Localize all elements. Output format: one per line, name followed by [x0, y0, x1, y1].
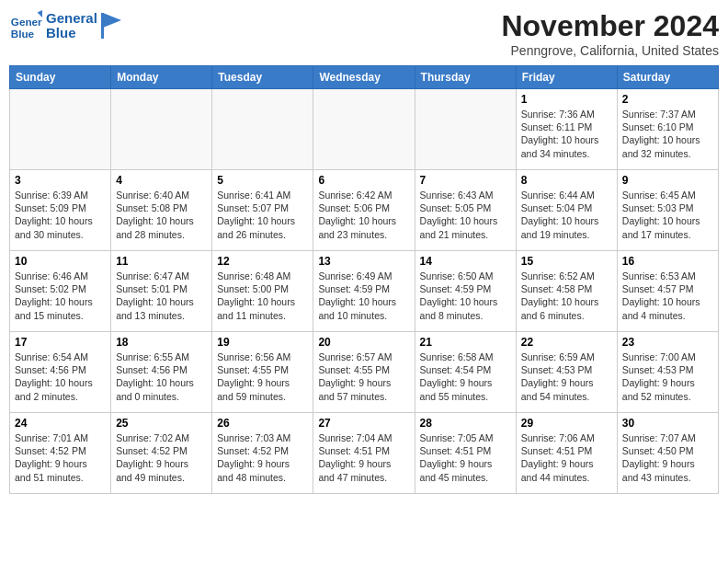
- day-info: Sunrise: 6:56 AMSunset: 4:55 PMDaylight:…: [217, 350, 308, 403]
- day-info: Sunrise: 6:39 AMSunset: 5:09 PMDaylight:…: [15, 189, 106, 241]
- weekday-header-row: SundayMondayTuesdayWednesdayThursdayFrid…: [10, 66, 719, 89]
- day-info: Sunrise: 7:03 AMSunset: 4:52 PMDaylight:…: [217, 431, 308, 484]
- logo: General Blue General Blue: [9, 9, 121, 42]
- logo-name-blue: Blue: [46, 26, 97, 41]
- day-number: 15: [521, 255, 612, 268]
- week-row-2: 3Sunrise: 6:39 AMSunset: 5:09 PMDaylight…: [10, 170, 719, 251]
- day-info: Sunrise: 6:54 AMSunset: 4:56 PMDaylight:…: [15, 350, 106, 403]
- day-cell: 18Sunrise: 6:55 AMSunset: 4:56 PMDayligh…: [111, 332, 212, 413]
- day-info: Sunrise: 7:07 AMSunset: 4:50 PMDaylight:…: [622, 431, 713, 484]
- svg-text:General: General: [11, 16, 42, 28]
- day-cell: 4Sunrise: 6:40 AMSunset: 5:08 PMDaylight…: [111, 170, 212, 251]
- day-info: Sunrise: 6:41 AMSunset: 5:07 PMDaylight:…: [217, 189, 308, 241]
- svg-rect-4: [101, 13, 104, 39]
- svg-marker-3: [103, 13, 121, 28]
- day-cell: 19Sunrise: 6:56 AMSunset: 4:55 PMDayligh…: [212, 332, 313, 413]
- day-info: Sunrise: 6:59 AMSunset: 4:53 PMDaylight:…: [521, 350, 612, 403]
- day-info: Sunrise: 7:06 AMSunset: 4:51 PMDaylight:…: [521, 431, 612, 484]
- day-number: 23: [622, 336, 713, 349]
- logo-flag-icon: [101, 13, 121, 39]
- day-info: Sunrise: 7:37 AMSunset: 6:10 PMDaylight:…: [622, 108, 713, 160]
- day-number: 27: [318, 417, 409, 430]
- day-number: 8: [521, 174, 612, 187]
- day-number: 9: [622, 174, 713, 187]
- day-info: Sunrise: 7:02 AMSunset: 4:52 PMDaylight:…: [116, 431, 207, 484]
- day-info: Sunrise: 6:53 AMSunset: 4:57 PMDaylight:…: [622, 270, 713, 322]
- day-cell: 28Sunrise: 7:05 AMSunset: 4:51 PMDayligh…: [415, 413, 516, 494]
- day-number: 18: [116, 336, 207, 349]
- day-cell: 7Sunrise: 6:43 AMSunset: 5:05 PMDaylight…: [415, 170, 516, 251]
- day-cell: 5Sunrise: 6:41 AMSunset: 5:07 PMDaylight…: [212, 170, 313, 251]
- day-number: 6: [318, 174, 409, 187]
- page-header: General Blue General Blue November 2024 …: [9, 9, 719, 58]
- day-number: 4: [116, 174, 207, 187]
- day-info: Sunrise: 7:01 AMSunset: 4:52 PMDaylight:…: [15, 431, 106, 484]
- logo-name-general: General: [46, 11, 97, 27]
- day-number: 26: [217, 417, 308, 430]
- day-cell: 6Sunrise: 6:42 AMSunset: 5:06 PMDaylight…: [313, 170, 415, 251]
- day-number: 28: [420, 417, 511, 430]
- logo-icon: General Blue: [9, 9, 42, 42]
- day-info: Sunrise: 6:49 AMSunset: 4:59 PMDaylight:…: [318, 270, 409, 322]
- day-number: 10: [15, 255, 106, 268]
- weekday-header-sunday: Sunday: [10, 66, 111, 89]
- day-info: Sunrise: 6:47 AMSunset: 5:01 PMDaylight:…: [116, 270, 207, 322]
- day-number: 29: [521, 417, 612, 430]
- day-number: 2: [622, 93, 713, 106]
- day-cell: [415, 89, 516, 170]
- day-info: Sunrise: 7:36 AMSunset: 6:11 PMDaylight:…: [521, 108, 612, 160]
- location-subtitle: Penngrove, California, United States: [501, 43, 719, 58]
- title-area: November 2024 Penngrove, California, Uni…: [501, 9, 719, 58]
- day-cell: 1Sunrise: 7:36 AMSunset: 6:11 PMDaylight…: [516, 89, 617, 170]
- week-row-3: 10Sunrise: 6:46 AMSunset: 5:02 PMDayligh…: [10, 251, 719, 332]
- day-cell: 26Sunrise: 7:03 AMSunset: 4:52 PMDayligh…: [212, 413, 313, 494]
- day-cell: [111, 89, 212, 170]
- day-number: 20: [318, 336, 409, 349]
- day-info: Sunrise: 6:50 AMSunset: 4:59 PMDaylight:…: [420, 270, 511, 322]
- day-cell: 27Sunrise: 7:04 AMSunset: 4:51 PMDayligh…: [313, 413, 415, 494]
- weekday-header-monday: Monday: [111, 66, 212, 89]
- day-cell: [10, 89, 111, 170]
- day-cell: 12Sunrise: 6:48 AMSunset: 5:00 PMDayligh…: [212, 251, 313, 332]
- day-cell: 9Sunrise: 6:45 AMSunset: 5:03 PMDaylight…: [617, 170, 718, 251]
- week-row-1: 1Sunrise: 7:36 AMSunset: 6:11 PMDaylight…: [10, 89, 719, 170]
- day-info: Sunrise: 7:05 AMSunset: 4:51 PMDaylight:…: [420, 431, 511, 484]
- day-cell: 20Sunrise: 6:57 AMSunset: 4:55 PMDayligh…: [313, 332, 415, 413]
- weekday-header-tuesday: Tuesday: [212, 66, 313, 89]
- day-cell: 23Sunrise: 7:00 AMSunset: 4:53 PMDayligh…: [617, 332, 718, 413]
- day-info: Sunrise: 6:46 AMSunset: 5:02 PMDaylight:…: [15, 270, 106, 322]
- day-cell: 8Sunrise: 6:44 AMSunset: 5:04 PMDaylight…: [516, 170, 617, 251]
- weekday-header-saturday: Saturday: [617, 66, 718, 89]
- calendar-table: SundayMondayTuesdayWednesdayThursdayFrid…: [9, 65, 719, 494]
- week-row-4: 17Sunrise: 6:54 AMSunset: 4:56 PMDayligh…: [10, 332, 719, 413]
- day-cell: [313, 89, 415, 170]
- day-cell: 24Sunrise: 7:01 AMSunset: 4:52 PMDayligh…: [10, 413, 111, 494]
- day-number: 24: [15, 417, 106, 430]
- day-info: Sunrise: 6:58 AMSunset: 4:54 PMDaylight:…: [420, 350, 511, 403]
- day-number: 1: [521, 93, 612, 106]
- day-number: 21: [420, 336, 511, 349]
- day-number: 13: [318, 255, 409, 268]
- day-cell: 15Sunrise: 6:52 AMSunset: 4:58 PMDayligh…: [516, 251, 617, 332]
- month-title: November 2024: [501, 9, 719, 43]
- day-info: Sunrise: 7:00 AMSunset: 4:53 PMDaylight:…: [622, 350, 713, 403]
- day-cell: 17Sunrise: 6:54 AMSunset: 4:56 PMDayligh…: [10, 332, 111, 413]
- day-cell: 29Sunrise: 7:06 AMSunset: 4:51 PMDayligh…: [516, 413, 617, 494]
- day-info: Sunrise: 6:48 AMSunset: 5:00 PMDaylight:…: [217, 270, 308, 322]
- day-number: 22: [521, 336, 612, 349]
- day-info: Sunrise: 6:45 AMSunset: 5:03 PMDaylight:…: [622, 189, 713, 241]
- day-number: 30: [622, 417, 713, 430]
- day-cell: 30Sunrise: 7:07 AMSunset: 4:50 PMDayligh…: [617, 413, 718, 494]
- day-info: Sunrise: 6:42 AMSunset: 5:06 PMDaylight:…: [318, 189, 409, 241]
- day-info: Sunrise: 6:52 AMSunset: 4:58 PMDaylight:…: [521, 270, 612, 322]
- day-cell: [212, 89, 313, 170]
- day-number: 19: [217, 336, 308, 349]
- day-cell: 14Sunrise: 6:50 AMSunset: 4:59 PMDayligh…: [415, 251, 516, 332]
- week-row-5: 24Sunrise: 7:01 AMSunset: 4:52 PMDayligh…: [10, 413, 719, 494]
- day-number: 7: [420, 174, 511, 187]
- day-number: 16: [622, 255, 713, 268]
- day-cell: 10Sunrise: 6:46 AMSunset: 5:02 PMDayligh…: [10, 251, 111, 332]
- day-cell: 3Sunrise: 6:39 AMSunset: 5:09 PMDaylight…: [10, 170, 111, 251]
- day-cell: 13Sunrise: 6:49 AMSunset: 4:59 PMDayligh…: [313, 251, 415, 332]
- day-cell: 22Sunrise: 6:59 AMSunset: 4:53 PMDayligh…: [516, 332, 617, 413]
